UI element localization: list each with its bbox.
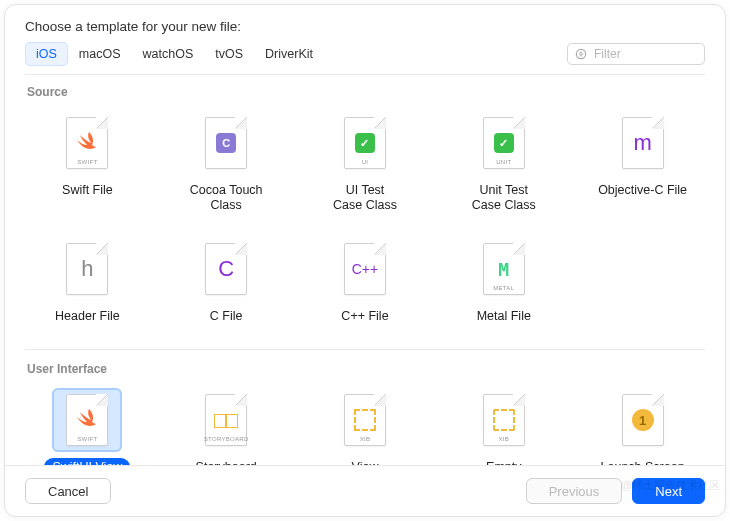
file-icon: h bbox=[66, 243, 108, 295]
template-c-file[interactable]: C++C++ File bbox=[297, 229, 434, 345]
file-icon: C bbox=[205, 243, 247, 295]
cancel-button[interactable]: Cancel bbox=[25, 478, 111, 504]
template-grid-ui: SWIFTSwiftUI ViewSTORYBOARDStoryboardXIB… bbox=[19, 380, 711, 465]
template-label: C++ File bbox=[333, 307, 396, 337]
file-icon: XIB bbox=[344, 394, 386, 446]
platform-tab-driverkit[interactable]: DriverKit bbox=[254, 42, 324, 66]
template-label: Objective-C File bbox=[590, 181, 695, 211]
template-icon: SWIFT bbox=[52, 388, 122, 452]
platform-tab-macos[interactable]: macOS bbox=[68, 42, 132, 66]
sheet-title: Choose a template for your new file: bbox=[25, 19, 705, 34]
template-icon: STORYBOARD bbox=[191, 388, 261, 452]
file-icon: SWIFT bbox=[66, 394, 108, 446]
file-icon: C++ bbox=[344, 243, 386, 295]
template-label: Unit Test Case Class bbox=[464, 181, 544, 215]
new-file-template-sheet: Choose a template for your new file: iOS… bbox=[4, 4, 726, 517]
template-label: Storyboard bbox=[188, 458, 265, 465]
template-swift-file[interactable]: SWIFTSwift File bbox=[19, 103, 156, 223]
file-icon: 1 bbox=[622, 394, 664, 446]
platform-tab-ios[interactable]: iOS bbox=[25, 42, 68, 66]
template-c-file[interactable]: CC File bbox=[158, 229, 295, 345]
template-storyboard[interactable]: STORYBOARDStoryboard bbox=[158, 380, 295, 465]
section-label-ui: User Interface bbox=[19, 352, 711, 380]
file-icon: C bbox=[205, 117, 247, 169]
template-ui-test-case-class[interactable]: UI✓UI Test Case Class bbox=[297, 103, 434, 223]
divider bbox=[25, 349, 705, 350]
template-icon: 1 bbox=[608, 388, 678, 452]
template-launch-screen[interactable]: 1Launch Screen bbox=[574, 380, 711, 465]
template-label: Swift File bbox=[54, 181, 121, 211]
template-icon: C++ bbox=[330, 237, 400, 301]
file-icon: UI✓ bbox=[344, 117, 386, 169]
template-label: C File bbox=[202, 307, 251, 337]
template-icon: m bbox=[608, 111, 678, 175]
template-view[interactable]: XIBView bbox=[297, 380, 434, 465]
platform-tab-watchos[interactable]: watchOS bbox=[132, 42, 205, 66]
template-label: SwiftUI View bbox=[44, 458, 130, 465]
template-empty[interactable]: XIBEmpty bbox=[435, 380, 572, 465]
template-icon: C bbox=[191, 237, 261, 301]
next-button[interactable]: Next bbox=[632, 478, 705, 504]
template-label: Launch Screen bbox=[593, 458, 693, 465]
template-objective-c-file[interactable]: mObjective-C File bbox=[574, 103, 711, 223]
template-label: Empty bbox=[478, 458, 529, 465]
file-icon: m bbox=[622, 117, 664, 169]
template-label: UI Test Case Class bbox=[325, 181, 405, 215]
template-metal-file[interactable]: METALMMetal File bbox=[435, 229, 572, 345]
template-icon: SWIFT bbox=[52, 111, 122, 175]
template-label: View bbox=[344, 458, 387, 465]
file-icon: METALM bbox=[483, 243, 525, 295]
template-label: Cocoa Touch Class bbox=[182, 181, 271, 215]
file-icon: UNIT✓ bbox=[483, 117, 525, 169]
filter-field[interactable] bbox=[567, 43, 705, 65]
template-scroll-area[interactable]: Source SWIFTSwift FileCCocoa Touch Class… bbox=[5, 75, 725, 465]
section-label-source: Source bbox=[19, 75, 711, 103]
template-swiftui-view[interactable]: SWIFTSwiftUI View bbox=[19, 380, 156, 465]
template-cocoa-touch-class[interactable]: CCocoa Touch Class bbox=[158, 103, 295, 223]
template-icon: METALM bbox=[469, 237, 539, 301]
platform-tab-tvos[interactable]: tvOS bbox=[204, 42, 254, 66]
template-icon: C bbox=[191, 111, 261, 175]
platform-tabbar: iOSmacOSwatchOStvOSDriverKit bbox=[5, 42, 725, 66]
template-grid-source: SWIFTSwift FileCCocoa Touch ClassUI✓UI T… bbox=[19, 103, 711, 345]
filter-input[interactable] bbox=[592, 46, 698, 62]
previous-button: Previous bbox=[526, 478, 623, 504]
template-unit-test-case-class[interactable]: UNIT✓Unit Test Case Class bbox=[435, 103, 572, 223]
template-icon: UNIT✓ bbox=[469, 111, 539, 175]
template-icon: h bbox=[52, 237, 122, 301]
filter-icon bbox=[574, 47, 588, 61]
template-header-file[interactable]: hHeader File bbox=[19, 229, 156, 345]
sheet-footer: Cancel Previous Next bbox=[5, 465, 725, 516]
file-icon: STORYBOARD bbox=[205, 394, 247, 446]
template-label: Metal File bbox=[469, 307, 539, 337]
template-icon: UI✓ bbox=[330, 111, 400, 175]
template-label: Header File bbox=[47, 307, 128, 337]
file-icon: SWIFT bbox=[66, 117, 108, 169]
template-icon: XIB bbox=[330, 388, 400, 452]
file-icon: XIB bbox=[483, 394, 525, 446]
sheet-header: Choose a template for your new file: bbox=[5, 5, 725, 42]
template-icon: XIB bbox=[469, 388, 539, 452]
